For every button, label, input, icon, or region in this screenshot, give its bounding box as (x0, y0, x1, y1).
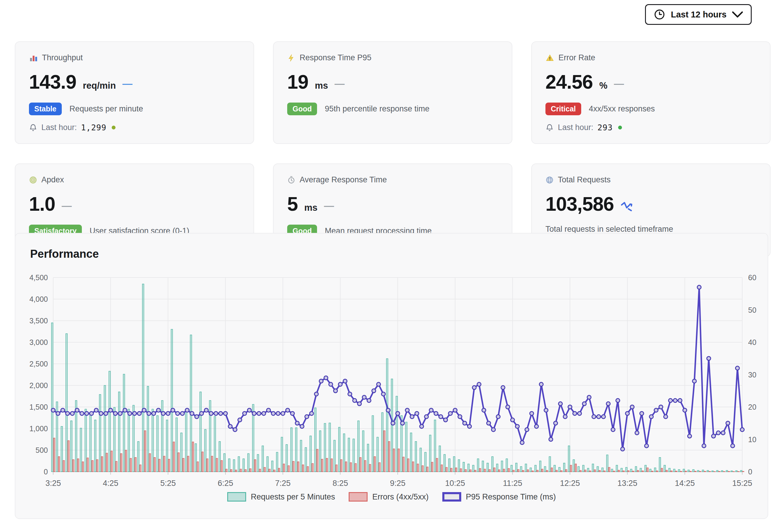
topbar: Last 12 hours (645, 4, 752, 25)
metric-value: 5 (287, 193, 298, 215)
svg-text:2,000: 2,000 (29, 381, 48, 389)
svg-text:1,500: 1,500 (29, 403, 48, 411)
svg-text:4,500: 4,500 (29, 273, 48, 282)
svg-text:0: 0 (748, 468, 752, 476)
bar-chart-icon (29, 54, 38, 62)
svg-text:50: 50 (748, 306, 756, 314)
status-badge: Good (287, 102, 317, 115)
legend-label: Requests per 5 Minutes (251, 492, 335, 502)
legend-item-p95[interactable]: P95 Response Time (ms) (442, 492, 556, 502)
metric-unit: req/min (83, 81, 116, 91)
footer-label: Last hour: (41, 123, 77, 132)
stopwatch-icon (287, 176, 295, 184)
svg-text:3:25: 3:25 (45, 479, 61, 488)
lightning-icon (287, 54, 295, 62)
trend-down-icon (621, 201, 634, 212)
status-badge: Stable (29, 102, 62, 115)
globe-icon (545, 176, 554, 184)
bell-icon (29, 124, 37, 132)
metric-card-response-time-p95: Response Time P95 19 ms — Good 95th perc… (273, 41, 512, 144)
metric-description: 4xx/5xx responses (589, 104, 655, 114)
legend-label: Errors (4xx/5xx) (372, 492, 429, 502)
metric-value: 143.9 (29, 71, 76, 93)
svg-text:40: 40 (748, 338, 756, 346)
trend-flat-icon: — (614, 78, 624, 88)
svg-text:4:25: 4:25 (103, 479, 119, 488)
trend-flat-icon: — (335, 78, 345, 88)
svg-text:12:25: 12:25 (560, 479, 580, 488)
svg-text:1,000: 1,000 (29, 425, 48, 433)
metric-card-throughput: Throughput 143.9 req/min — Stable Reques… (15, 41, 254, 144)
chart-legend: Requests per 5 Minutes Errors (4xx/5xx) … (27, 492, 756, 502)
legend-swatch-p95 (442, 492, 461, 502)
metric-description: Requests per minute (69, 104, 143, 114)
svg-text:15:25: 15:25 (732, 479, 752, 488)
time-range-label: Last 12 hours (671, 10, 726, 20)
svg-text:8:25: 8:25 (333, 479, 348, 488)
status-badge: Critical (545, 102, 581, 115)
metric-unit: ms (315, 81, 328, 91)
metric-unit: ms (304, 202, 318, 213)
metric-cards-grid: Throughput 143.9 req/min — Stable Reques… (15, 41, 771, 257)
trend-flat-icon: — (122, 78, 132, 88)
metric-description: Total requests in selected timeframe (545, 225, 673, 234)
svg-text:30: 30 (748, 371, 756, 379)
status-dot (618, 126, 622, 129)
svg-text:0: 0 (44, 468, 48, 476)
svg-text:3,000: 3,000 (29, 338, 48, 346)
metric-card-error-rate: Error Rate 24.56 % — Critical 4xx/5xx re… (531, 41, 771, 144)
card-title: Apdex (41, 175, 64, 184)
bell-icon (545, 124, 554, 132)
svg-text:6:25: 6:25 (218, 479, 233, 488)
card-title: Average Response Time (300, 175, 387, 184)
legend-swatch-requests (227, 492, 246, 502)
target-icon (29, 176, 37, 184)
status-dot (112, 126, 116, 129)
svg-text:20: 20 (748, 403, 756, 411)
svg-text:4,000: 4,000 (29, 295, 48, 303)
footer-value: 293 (597, 123, 613, 132)
legend-swatch-errors (349, 492, 368, 502)
metric-description: 95th percentile response time (325, 104, 429, 114)
chevron-down-icon (732, 11, 743, 18)
footer-value: 1,299 (81, 123, 106, 132)
legend-label: P95 Response Time (ms) (466, 492, 556, 502)
svg-text:9:25: 9:25 (390, 479, 406, 488)
trend-flat-icon: — (62, 200, 72, 211)
svg-text:5:25: 5:25 (160, 479, 176, 488)
chart-title: Performance (30, 248, 756, 260)
svg-text:500: 500 (35, 446, 48, 454)
svg-text:13:25: 13:25 (618, 479, 638, 488)
card-title: Throughput (42, 53, 83, 62)
svg-text:7:25: 7:25 (275, 479, 291, 488)
metric-value: 1.0 (29, 193, 55, 215)
svg-text:2,500: 2,500 (29, 360, 48, 368)
performance-card: Performance 05001,0001,5002,0002,5003,00… (15, 233, 768, 519)
performance-chart-canvas[interactable]: 05001,0001,5002,0002,5003,0003,5004,0004… (27, 263, 757, 492)
svg-text:10:25: 10:25 (445, 479, 465, 488)
card-title: Response Time P95 (300, 53, 371, 62)
svg-text:14:25: 14:25 (675, 479, 695, 488)
card-title: Error Rate (558, 53, 595, 62)
footer-label: Last hour: (558, 123, 593, 132)
svg-text:10: 10 (748, 435, 756, 444)
legend-item-requests[interactable]: Requests per 5 Minutes (227, 492, 335, 502)
time-range-dropdown[interactable]: Last 12 hours (645, 4, 752, 25)
metric-value: 19 (287, 71, 308, 93)
card-title: Total Requests (558, 175, 611, 184)
legend-item-errors[interactable]: Errors (4xx/5xx) (349, 492, 429, 502)
trend-flat-icon: — (324, 200, 334, 211)
warning-icon (545, 54, 554, 62)
svg-text:3,500: 3,500 (29, 317, 48, 325)
apm-dashboard: { "toolbar": { "time_range_label": "Last… (0, 0, 783, 532)
metric-unit: % (599, 81, 607, 91)
metric-value: 24.56 (545, 71, 593, 93)
clock-icon (654, 8, 665, 21)
svg-text:11:25: 11:25 (503, 479, 523, 488)
metric-value: 103,586 (545, 193, 614, 215)
svg-text:60: 60 (748, 273, 756, 282)
